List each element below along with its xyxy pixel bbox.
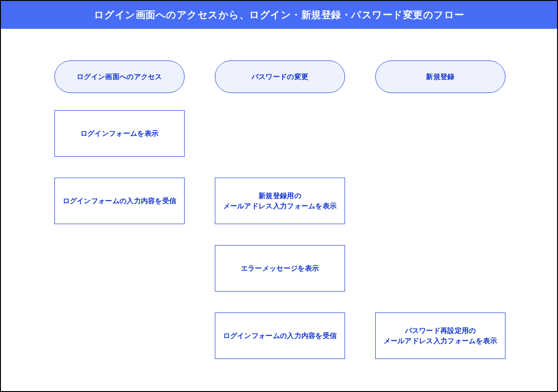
step-show-error-message: エラーメッセージを表示 [215, 245, 345, 292]
node-label: パスワード再設定用のメールアドレス入力フォームを表示 [384, 326, 498, 346]
step-show-signup-email-form: 新規登録用のメールアドレス入力フォームを表示 [215, 178, 345, 224]
start-login-access: ログイン画面へのアクセス [54, 60, 185, 93]
node-label: パスワードの変更 [252, 72, 308, 82]
node-label: エラーメッセージを表示 [241, 263, 319, 274]
title-text: ログイン画面へのアクセスから、ログイン・新規登録・パスワード変更のフロー [94, 9, 465, 20]
node-label: ログインフォームの入力内容を受信 [63, 196, 177, 206]
diagram-frame: ログイン画面へのアクセスから、ログイン・新規登録・パスワード変更のフロー ログイ… [0, 0, 558, 392]
step-receive-login-input-2: ログインフォームの入力内容を受信 [215, 312, 345, 359]
step-show-pwd-reset-email-form: パスワード再設定用のメールアドレス入力フォームを表示 [375, 312, 505, 359]
step-show-login-form: ログインフォームを表示 [54, 110, 185, 157]
diagram-canvas: ログイン画面へのアクセス パスワードの変更 新規登録 ログインフォームを表示 ロ… [1, 29, 557, 391]
start-password-change: パスワードの変更 [215, 60, 345, 93]
title-bar: ログイン画面へのアクセスから、ログイン・新規登録・パスワード変更のフロー [1, 1, 557, 29]
node-label: 新規登録 [426, 72, 454, 82]
node-label: 新規登録用のメールアドレス入力フォームを表示 [223, 191, 337, 212]
start-new-register: 新規登録 [375, 60, 505, 93]
node-label: ログイン画面へのアクセス [77, 72, 162, 82]
node-label: ログインフォームを表示 [80, 128, 159, 139]
step-receive-login-input: ログインフォームの入力内容を受信 [54, 178, 185, 224]
node-label: ログインフォームの入力内容を受信 [223, 331, 337, 341]
